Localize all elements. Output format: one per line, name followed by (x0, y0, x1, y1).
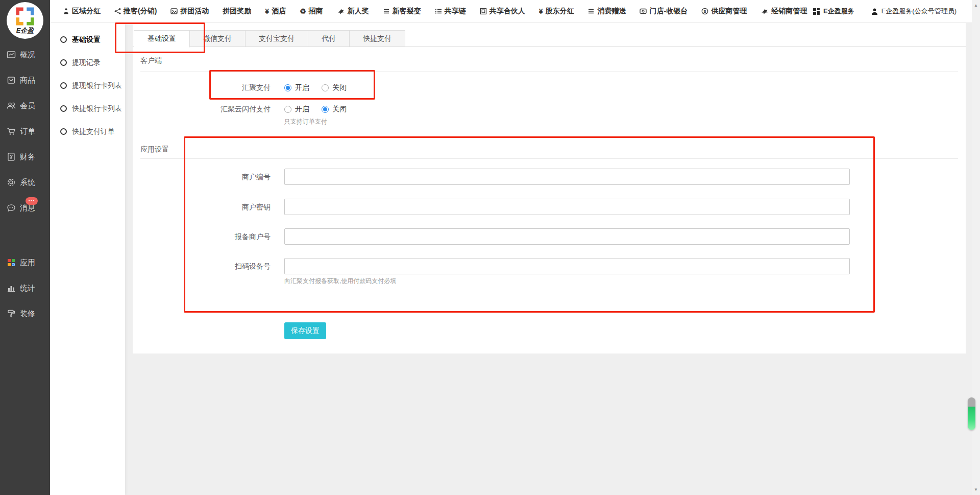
tab-wechat-pay[interactable]: 微信支付 (190, 30, 246, 47)
circle-bullet-icon (60, 105, 67, 112)
sidebar-item-label: 商品 (20, 76, 35, 85)
sidebar-item-label: 应用 (20, 258, 35, 268)
scroll-progress-remaining (968, 397, 975, 407)
sidebar-item-apps[interactable]: 应用 (0, 250, 50, 275)
person-icon (63, 8, 69, 15)
dove-icon (337, 8, 345, 15)
sidebar-item-stats[interactable]: 统计 (0, 275, 50, 301)
svg-text:S: S (703, 9, 706, 14)
nav-label: 新客裂变 (393, 7, 421, 16)
gear-icon (7, 178, 16, 187)
tab-quick-pay[interactable]: 快捷支付 (350, 30, 405, 47)
scroll-progress-done (968, 407, 975, 430)
main-content-panel: 基础设置 微信支付 支付宝支付 代付 快捷支付 客户端 汇聚支付 开启 关闭 汇… (133, 23, 966, 353)
circle-bullet-icon (60, 36, 67, 43)
radio-option-on[interactable]: 开启 (284, 83, 309, 92)
circle-bullet-icon (60, 128, 67, 135)
scan-device-input[interactable] (284, 258, 850, 274)
submenu-item-quick-pay-orders[interactable]: 快捷支付订单 (50, 120, 125, 143)
huiju-pay-radio-group: 开启 关闭 (284, 83, 347, 92)
report-merchant-input[interactable] (284, 228, 850, 245)
submenu-item-quick-bank-cards[interactable]: 快捷银行卡列表 (50, 97, 125, 120)
radio-option-off[interactable]: 关闭 (322, 105, 347, 114)
service-menu[interactable]: E企盈服务 (813, 7, 854, 16)
nav-label: 推客(分销) (124, 7, 157, 16)
sidebar-item-label: 系统 (20, 178, 35, 187)
paint-roller-icon (7, 309, 16, 318)
nav-item-region-dividend[interactable]: 区域分红 (63, 7, 101, 16)
sidebar-item-decorate[interactable]: 装修 (0, 301, 50, 326)
sidebar-item-members[interactable]: 会员 (0, 93, 50, 119)
nav-item-promoter[interactable]: 推客(分销) (114, 7, 157, 16)
nav-item-hotel[interactable]: ¥ 酒店 (265, 7, 286, 16)
apps-icon (7, 258, 16, 267)
nav-item-dealer-management[interactable]: 经销商管理 (761, 7, 807, 16)
radio-label: 关闭 (332, 83, 347, 92)
merchant-key-input[interactable] (284, 199, 850, 215)
report-merchant-row: 报备商户号 (133, 228, 850, 245)
scroll-down-arrow-icon[interactable]: ▼ (972, 487, 980, 492)
nav-item-supplier-management[interactable]: S 供应商管理 (701, 7, 747, 16)
message-badge: ... (26, 197, 38, 205)
sidebar-item-orders[interactable]: 订单 (0, 119, 50, 144)
tab-strip: 基础设置 微信支付 支付宝支付 代付 快捷支付 (134, 30, 405, 48)
nav-item-shareholder-dividend[interactable]: ¥ 股东分红 (539, 7, 574, 16)
nav-item-new-customer[interactable]: 新客裂变 (383, 7, 421, 16)
nav-item-share-chain[interactable]: 共享链 (435, 7, 466, 16)
radio-option-off[interactable]: 关闭 (322, 83, 347, 92)
bars-icon (383, 8, 390, 15)
user-icon (871, 8, 878, 15)
topbar-right-group: E企盈服务 E企盈服务(公众号管理员) (813, 7, 972, 16)
nav-item-investment[interactable]: ♻ 招商 (300, 7, 323, 16)
goods-icon (7, 76, 16, 85)
submenu-label: 基础设置 (72, 35, 101, 44)
merchant-key-row: 商户密钥 (133, 199, 850, 215)
radio-icon[interactable] (284, 106, 291, 113)
sidebar-item-system[interactable]: 系统 (0, 170, 50, 195)
submenu-label: 快捷银行卡列表 (72, 104, 122, 113)
submenu-item-withdraw-bank-cards[interactable]: 提现银行卡列表 (50, 74, 125, 97)
nav-item-consumption-gift[interactable]: 消费赠送 (587, 7, 626, 16)
submenu-item-withdraw-records[interactable]: 提现记录 (50, 51, 125, 74)
save-settings-button[interactable]: 保存设置 (284, 322, 326, 339)
nav-label: 股东分红 (545, 7, 574, 16)
chat-icon (7, 203, 16, 213)
radio-icon[interactable] (322, 106, 329, 113)
scroll-up-arrow-icon[interactable]: ▲ (972, 3, 980, 8)
s-circle-icon: S (701, 8, 708, 15)
radio-label: 开启 (295, 105, 309, 114)
yen-icon: ¥ (539, 7, 543, 15)
tab-label: 快捷支付 (363, 34, 391, 42)
account-menu[interactable]: E企盈服务(公众号管理员) (871, 7, 957, 16)
tab-payout[interactable]: 代付 (308, 30, 350, 47)
radio-option-on[interactable]: 开启 (284, 105, 309, 114)
nav-item-newcomer-award[interactable]: 新人奖 (337, 7, 369, 16)
sidebar-item-goods[interactable]: 商品 (0, 67, 50, 93)
tab-alipay[interactable]: 支付宝支付 (246, 30, 308, 47)
merchant-id-input[interactable] (284, 169, 850, 185)
radio-icon[interactable] (284, 84, 291, 91)
scroll-progress-indicator (968, 397, 975, 430)
nav-item-group-reward[interactable]: 拼团奖励 (223, 7, 251, 16)
yen-icon: ¥ (265, 7, 269, 15)
nav-label: 经销商管理 (771, 7, 807, 16)
scan-device-row: 扫码设备号 (133, 258, 850, 274)
tab-label: 支付宝支付 (259, 34, 295, 42)
nav-label: 供应商管理 (711, 7, 747, 16)
service-label: E企盈服务 (823, 7, 854, 16)
submenu-label: 提现记录 (72, 58, 101, 67)
sidebar-item-finance[interactable]: 财务 (0, 144, 50, 170)
sidebar-item-label: 订单 (20, 127, 35, 136)
account-label: E企盈服务(公众号管理员) (881, 7, 957, 16)
nav-item-share-partner[interactable]: 共享合伙人 (480, 7, 525, 16)
app-logo[interactable]: E企盈 (7, 2, 43, 39)
sidebar-item-messages[interactable]: 消息 ... (0, 195, 50, 221)
submenu-item-basic-settings[interactable]: 基础设置 (50, 28, 125, 51)
nav-label: 新人奖 (348, 7, 369, 16)
tab-basic-settings[interactable]: 基础设置 (134, 30, 190, 48)
nav-label: 区域分红 (72, 7, 101, 16)
nav-item-group-activity[interactable]: 拼团活动 (170, 7, 209, 16)
radio-icon[interactable] (322, 84, 329, 91)
sidebar-item-overview[interactable]: 概况 (0, 42, 50, 67)
nav-item-store-cashier[interactable]: 门店-收银台 (640, 7, 688, 16)
